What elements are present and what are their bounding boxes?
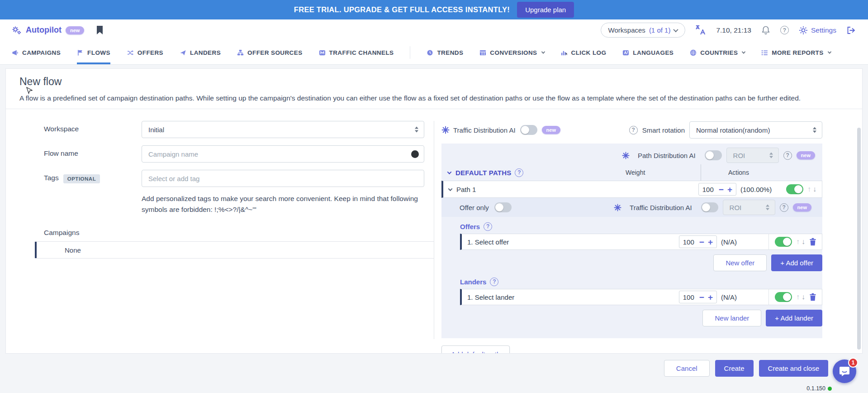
trial-banner-text: FREE TRIAL. UPGRADE & GET FULL ACCESS IN…	[294, 5, 510, 14]
nav-trends[interactable]: TRENDS	[427, 41, 463, 64]
tags-input[interactable]	[148, 175, 417, 182]
default-paths-help-icon[interactable]: ?	[515, 168, 523, 177]
path-weight-value[interactable]: 100	[702, 186, 715, 193]
chevron-down-icon	[448, 187, 453, 191]
smart-rotation-label: Smart rotation	[642, 126, 685, 134]
nav-traffic-channels[interactable]: TRAFFIC CHANNELS	[319, 41, 394, 64]
smart-rotation-help-icon[interactable]: ?	[629, 126, 638, 134]
create-button[interactable]: Create	[715, 360, 754, 377]
plus-button[interactable]: +	[708, 293, 713, 302]
minus-button[interactable]: −	[719, 185, 724, 194]
help-icon[interactable]: ?	[780, 26, 789, 34]
app-new-badge: new	[66, 26, 84, 34]
landers-help-icon[interactable]: ?	[490, 278, 498, 286]
app-logo[interactable]: Autopilot new	[12, 25, 84, 35]
add-default-path-button[interactable]: Add default path	[441, 345, 510, 354]
path-weight-control: 100 − +	[698, 183, 736, 196]
add-lander-button[interactable]: + Add lander	[766, 310, 822, 326]
path-traffic-ai-toggle[interactable]	[701, 202, 718, 212]
traffic-ai-toggle[interactable]	[520, 125, 537, 135]
status-dot	[828, 387, 832, 391]
flow-name-input[interactable]	[148, 150, 417, 158]
add-offer-button[interactable]: + Add offer	[771, 254, 822, 271]
ai-icon	[614, 204, 621, 211]
workspace-label: Workspace	[44, 121, 142, 138]
roi-value: ROI	[733, 152, 745, 159]
logout-icon[interactable]	[846, 26, 856, 35]
campaigns-label: Campaigns	[44, 229, 434, 237]
tags-field-wrap	[142, 170, 424, 187]
scrollbar[interactable]	[857, 128, 861, 350]
campaigns-none-value: None	[65, 246, 81, 254]
traffic-ai-new-badge: new	[542, 126, 560, 134]
move-down-icon[interactable]: ↓	[802, 293, 805, 301]
default-paths-toggle[interactable]: DEFAULT PATHS ?	[448, 168, 523, 177]
move-down-icon[interactable]: ↓	[802, 238, 805, 246]
lander-weight-value[interactable]: 100	[683, 293, 696, 301]
chevron-down-icon	[674, 27, 678, 32]
lander-enabled-toggle[interactable]	[775, 292, 792, 302]
nav-countries[interactable]: COUNTRIES	[690, 41, 745, 64]
workspaces-dropdown[interactable]: Workspaces (1 of 1)	[601, 23, 686, 38]
landers-section: Landers ? 1. Select lander 100 − + (N/A)	[460, 276, 822, 326]
new-offer-button[interactable]: New offer	[713, 254, 767, 271]
roi-value: ROI	[730, 204, 742, 211]
nav-offers[interactable]: OFFERS	[127, 41, 163, 64]
datetime-label: 7.10, 21:13	[716, 26, 751, 34]
nav-click-log[interactable]: CLICK LOG	[561, 41, 607, 64]
chevron-down-icon	[827, 50, 831, 53]
row-divider	[768, 289, 769, 305]
notifications-bell-icon[interactable]	[761, 25, 770, 35]
lander-row[interactable]: 1. Select lander 100 − + (N/A) ↑	[460, 289, 822, 305]
minus-button[interactable]: −	[699, 238, 704, 246]
trash-icon[interactable]	[809, 293, 816, 301]
move-up-icon[interactable]: ↑	[807, 185, 811, 193]
cancel-button[interactable]: Cancel	[664, 360, 710, 377]
nav-more-reports[interactable]: MORE REPORTS	[761, 41, 830, 64]
workspace-select[interactable]: Initial	[142, 121, 424, 138]
path-weight-percent: (100.00%)	[740, 186, 782, 193]
nav-languages[interactable]: LANGUAGES	[622, 41, 674, 64]
path-ai-roi-select: ROI	[726, 148, 779, 163]
plus-button[interactable]: +	[727, 185, 732, 194]
nav-conversions[interactable]: CONVERSIONS	[479, 41, 544, 64]
move-up-icon[interactable]: ↑	[796, 238, 800, 246]
smart-rotation-select[interactable]: Normal rotation(random)	[689, 121, 822, 139]
offer-only-toggle[interactable]	[494, 202, 512, 212]
offer-enabled-toggle[interactable]	[775, 237, 792, 247]
path-name: Path 1	[456, 186, 476, 193]
move-up-icon[interactable]: ↑	[796, 293, 800, 301]
nav-landers[interactable]: LANDERS	[180, 41, 221, 64]
path-enabled-toggle[interactable]	[786, 184, 803, 194]
bookmark-icon[interactable]	[96, 25, 104, 35]
trash-icon[interactable]	[809, 238, 816, 246]
nav-campaigns[interactable]: CAMPAIGNS	[12, 41, 61, 64]
create-and-close-button[interactable]: Create and close	[759, 360, 828, 377]
chat-widget-button[interactable]: 1	[833, 359, 856, 383]
move-down-icon[interactable]: ↓	[813, 185, 816, 193]
tags-help-text: Add personalized tags to make your searc…	[142, 193, 431, 215]
path-row[interactable]: Path 1 100 − + (100.00%) ↑ ↓	[441, 181, 822, 198]
offer-row[interactable]: 1. Select offer 100 − + (N/A) ↑	[460, 234, 822, 250]
new-lander-button[interactable]: New lander	[702, 310, 761, 326]
upgrade-plan-button[interactable]: Upgrade plan	[517, 2, 574, 18]
settings-label: Settings	[811, 26, 836, 34]
nav-offer-sources[interactable]: OFFER SOURCES	[237, 41, 302, 64]
path-traffic-ai-new-badge: new	[793, 203, 811, 211]
scrollbar-thumb[interactable]	[857, 128, 861, 350]
path-ai-toggle[interactable]	[705, 150, 722, 160]
settings-button[interactable]: Settings	[799, 26, 836, 35]
offer-weight-value[interactable]: 100	[683, 238, 696, 246]
language-icon[interactable]	[695, 25, 706, 35]
path-ai-help-icon[interactable]: ?	[783, 151, 792, 160]
path-traffic-ai-help-icon[interactable]: ?	[780, 203, 788, 212]
offer-weight-control: 100 − +	[679, 235, 717, 248]
nav-separator	[410, 46, 410, 59]
nav-flows[interactable]: FLOWS	[77, 41, 110, 64]
minus-button[interactable]: −	[699, 293, 704, 302]
offer-stat: (N/A)	[721, 238, 763, 246]
plus-button[interactable]: +	[708, 238, 713, 246]
actions-column-header: Actions	[701, 169, 822, 176]
shuffle-arrows-icon	[127, 49, 134, 56]
offers-help-icon[interactable]: ?	[484, 222, 492, 231]
